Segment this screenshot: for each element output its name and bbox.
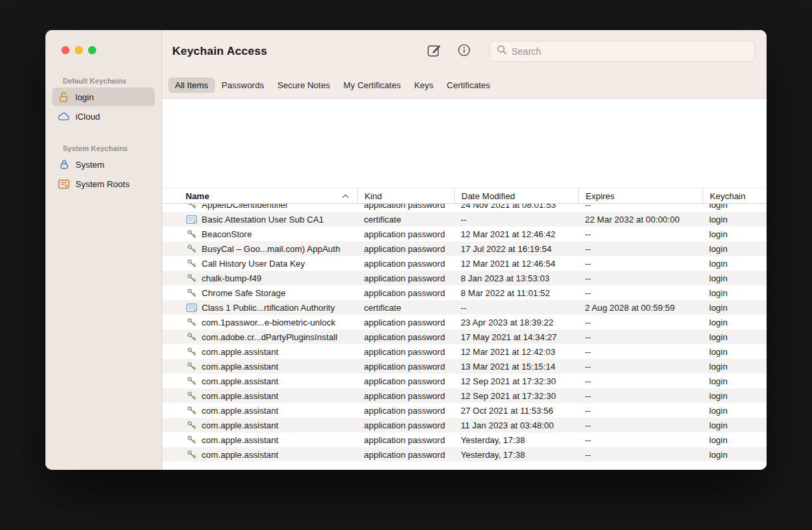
zoom-window-button[interactable] [88,46,96,54]
item-keychain: login [702,271,767,285]
window-title: Keychain Access [172,45,267,58]
item-date-modified: 17 May 2021 at 14:34:27 [454,329,578,344]
item-name: Chrome Safe Storage [202,288,286,298]
item-name-cell: com.apple.assistant [162,418,357,432]
item-date-modified: 17 Jul 2022 at 16:19:54 [454,241,578,256]
item-date-modified: Yesterday, 17:38 [454,432,578,447]
column-header-date-modified[interactable]: Date Modified [454,188,578,203]
item-date-modified: 11 Jan 2023 at 03:48:00 [454,418,578,432]
item-name-cell: com.adobe.cr...dPartyPluginsInstall [162,329,357,344]
column-header-keychain[interactable]: Keychain [702,188,767,203]
item-kind: application password [357,315,454,329]
tab-all-items[interactable]: All Items [168,78,215,93]
column-header-kind[interactable]: Kind [357,188,454,203]
table-row[interactable]: Class 1 Public...rtification Authorityce… [162,300,767,315]
item-date-modified: 8 Mar 2022 at 11:01:52 [454,285,578,300]
toolbar-actions [427,43,471,59]
item-expires: -- [578,344,702,359]
sidebar-item-icloud[interactable]: iCloud [52,107,155,126]
table-row[interactable]: com.apple.assistantapplication password1… [162,388,767,403]
item-name-cell: com.apple.assistant [162,344,357,359]
sidebar-item-label: System Roots [75,179,130,189]
tab-passwords[interactable]: Passwords [215,78,271,93]
table-row[interactable]: com.1passwor...e-biometric-unlockapplica… [162,315,767,329]
item-expires: -- [578,447,702,462]
search-field[interactable] [489,41,755,62]
item-keychain: login [702,300,767,315]
table-row[interactable]: AppleIDClientIdentifierapplication passw… [162,204,767,212]
key-icon [186,435,197,444]
item-kind: application password [357,344,454,359]
table-row[interactable]: com.apple.assistantapplication passwordY… [162,432,767,447]
sidebar-item-system[interactable]: System [52,155,155,174]
table-row[interactable]: com.apple.assistantapplication password1… [162,374,767,388]
item-name: com.apple.assistant [202,376,278,386]
key-icon [186,391,197,400]
content-area: NameKindDate ModifiedExpiresKeychain App… [162,99,767,470]
item-expires: -- [578,359,702,374]
item-expires: -- [578,241,702,256]
item-kind: application password [357,256,454,271]
item-kind: application password [357,447,454,462]
table-row[interactable]: com.apple.assistantapplication password1… [162,344,767,359]
item-kind: application password [357,241,454,256]
search-input[interactable] [512,46,748,57]
compose-button[interactable] [427,43,441,59]
item-name-cell: com.1passwor...e-biometric-unlock [162,315,357,329]
tab-my-certificates[interactable]: My Certificates [337,78,407,93]
minimize-window-button[interactable] [75,46,83,54]
table-row[interactable]: BeaconStoreapplication password12 Mar 20… [162,227,767,241]
item-kind: application password [357,271,454,285]
item-keychain: login [702,204,767,212]
item-name-cell: com.apple.assistant [162,388,357,403]
item-name-cell: BeaconStore [162,227,357,241]
key-icon [186,204,197,209]
item-name-cell: BusyCal – Goo...mail.com) AppAuth [162,241,357,256]
table-row[interactable]: com.apple.assistantapplication password2… [162,403,767,418]
tab-secure-notes[interactable]: Secure Notes [270,78,337,93]
item-name: BeaconStore [202,229,252,239]
item-expires: -- [578,315,702,329]
item-expires: -- [578,256,702,271]
sidebar-item-label: login [75,92,93,102]
item-kind: application password [357,329,454,344]
table-row[interactable]: com.adobe.cr...dPartyPluginsInstallappli… [162,329,767,344]
item-name: com.apple.assistant [202,420,278,430]
sidebar-item-system-roots[interactable]: System Roots [52,174,155,193]
item-kind: application password [357,227,454,241]
item-expires: -- [578,403,702,418]
table-row[interactable]: Basic Attestation User Sub CA1certificat… [162,212,767,227]
key-icon [186,347,197,356]
item-date-modified: -- [454,212,578,227]
item-kind: certificate [357,212,454,227]
toolbar: Keychain Access [162,30,767,72]
key-icon [186,288,197,297]
compose-icon [427,43,441,59]
table-row[interactable]: com.apple.assistantapplication passwordY… [162,447,767,462]
column-header-label: Keychain [710,191,745,201]
table-row[interactable]: BusyCal – Goo...mail.com) AppAuthapplica… [162,241,767,256]
item-keychain: login [702,403,767,418]
item-keychain: login [702,359,767,374]
column-header-label: Kind [365,191,382,201]
certificate-icon [186,303,197,312]
column-header-name[interactable]: Name [162,188,357,203]
close-window-button[interactable] [61,46,69,54]
info-icon [457,43,471,59]
tab-keys[interactable]: Keys [407,78,440,93]
table-row[interactable]: chalk-bump-f49application password8 Jan … [162,271,767,285]
column-header-label: Name [186,191,209,201]
column-header-expires[interactable]: Expires [578,188,702,203]
info-button[interactable] [457,43,471,59]
item-date-modified: 13 Mar 2021 at 15:15:14 [454,359,578,374]
lock-icon [57,159,70,170]
table-row[interactable]: Chrome Safe Storageapplication password8… [162,285,767,300]
tab-certificates[interactable]: Certificates [440,78,497,93]
item-name-cell: Chrome Safe Storage [162,285,357,300]
item-expires: -- [578,418,702,432]
sidebar-item-login[interactable]: login [52,88,155,106]
table-row[interactable]: Call History User Data Keyapplication pa… [162,256,767,271]
table-row[interactable]: com.apple.assistantapplication password1… [162,359,767,374]
table-row[interactable]: com.apple.assistantapplication password1… [162,418,767,432]
item-keychain: login [702,227,767,241]
